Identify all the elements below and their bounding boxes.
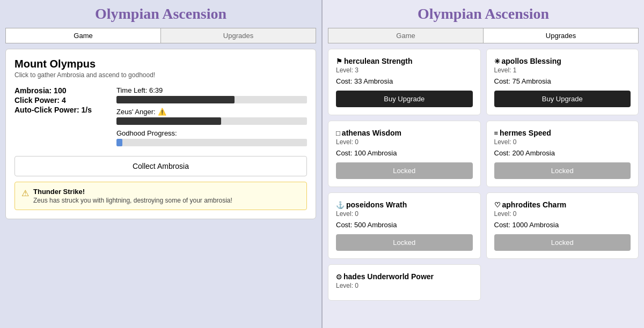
ambrosia-stat: Ambrosia: 100 (14, 86, 111, 95)
game-card: Mount Olympus Click to gather Ambrosia a… (5, 49, 316, 219)
card-title: Mount Olympus (14, 58, 307, 70)
upgrade-card-0: ⚑ herculean Strength Level: 3 Cost: 33 A… (328, 49, 481, 115)
upgrade-icon-3: ≡ (494, 129, 499, 137)
collect-ambrosia-button[interactable]: Collect Ambrosia (14, 156, 307, 176)
buy-btn-1[interactable]: Buy Upgrade (494, 91, 631, 107)
zeus-bar-fill (116, 117, 221, 125)
right-tab-game[interactable]: Game (328, 28, 483, 43)
upgrade-name-6: ⊙ hades Underworld Power (336, 272, 473, 281)
left-tabs: Game Upgrades (5, 28, 316, 43)
stats-col: Ambrosia: 100 Click Power: 4 Auto-Click … (14, 86, 111, 151)
progress-col: Time Left: 6:39 Zeus' Anger: ⚠️ Godhood … (111, 86, 307, 151)
upgrade-card-5: ♡ aphrodites Charm Level: 0 Cost: 1000 A… (486, 192, 639, 259)
upgrade-cost-3: Cost: 200 Ambrosia (494, 149, 631, 157)
upgrade-icon-1: ✳ (494, 57, 500, 65)
right-tab-upgrades[interactable]: Upgrades (483, 28, 638, 43)
alert-content: Thunder Strike! Zeus has struck you with… (33, 188, 232, 204)
buy-btn-0[interactable]: Buy Upgrade (336, 91, 473, 107)
upgrade-icon-2: □ (336, 129, 340, 137)
right-tabs: Game Upgrades (328, 28, 639, 43)
upgrade-level-5: Level: 0 (494, 210, 631, 218)
upgrade-name-0: ⚑ herculean Strength (336, 57, 473, 65)
locked-btn-4: Locked (336, 234, 473, 251)
zeus-bar-wrap (116, 117, 307, 125)
time-bar-fill (116, 96, 235, 103)
upgrade-name-5: ♡ aphrodites Charm (494, 200, 631, 209)
alert-text: Zeus has struck you with lightning, dest… (33, 197, 232, 204)
upgrade-cost-1: Cost: 75 Ambrosia (494, 77, 631, 85)
locked-btn-5: Locked (494, 234, 631, 251)
upgrades-grid: ⚑ herculean Strength Level: 3 Cost: 33 A… (328, 49, 639, 301)
upgrade-card-4: ⚓ poseidons Wrath Level: 0 Cost: 500 Amb… (328, 192, 481, 259)
left-panel: Olympian Ascension Game Upgrades Mount O… (0, 0, 321, 328)
left-title: Olympian Ascension (95, 5, 226, 23)
upgrade-level-4: Level: 0 (336, 210, 473, 218)
time-left-label: Time Left: 6:39 (116, 86, 307, 94)
left-tab-upgrades[interactable]: Upgrades (160, 28, 316, 43)
upgrade-level-6: Level: 0 (336, 282, 473, 289)
locked-btn-3: Locked (494, 162, 631, 179)
click-power-stat: Click Power: 4 (14, 96, 111, 105)
upgrade-icon-4: ⚓ (336, 201, 345, 209)
upgrade-card-6: ⊙ hades Underworld Power Level: 0 (328, 264, 481, 301)
alert-icon: ⚠ (21, 188, 29, 198)
right-title: Olympian Ascension (418, 5, 549, 23)
upgrade-level-1: Level: 1 (494, 66, 631, 74)
left-tab-game[interactable]: Game (6, 28, 160, 43)
thunder-alert: ⚠ Thunder Strike! Zeus has struck you wi… (14, 182, 307, 210)
alert-title: Thunder Strike! (33, 188, 232, 196)
upgrade-cost-2: Cost: 100 Ambrosia (336, 149, 473, 157)
upgrade-name-4: ⚓ poseidons Wrath (336, 200, 473, 209)
upgrade-cost-4: Cost: 500 Ambrosia (336, 221, 473, 229)
upgrade-card-2: □ athenas Wisdom Level: 0 Cost: 100 Ambr… (328, 121, 481, 187)
warning-icon: ⚠️ (158, 108, 166, 116)
time-bar-wrap (116, 96, 307, 103)
upgrade-cost-5: Cost: 1000 Ambrosia (494, 221, 631, 229)
upgrade-icon-0: ⚑ (336, 57, 342, 65)
upgrade-card-3: ≡ hermes Speed Level: 0 Cost: 200 Ambros… (486, 121, 639, 187)
upgrade-cost-0: Cost: 33 Ambrosia (336, 77, 473, 85)
godhood-bar-wrap (116, 139, 307, 146)
right-panel: Olympian Ascension Game Upgrades ⚑ hercu… (323, 0, 644, 328)
card-subtitle: Click to gather Ambrosia and ascend to g… (14, 71, 307, 79)
upgrade-card-1: ✳ apollos Blessing Level: 1 Cost: 75 Amb… (486, 49, 639, 115)
locked-btn-2: Locked (336, 162, 473, 179)
upgrade-level-2: Level: 0 (336, 138, 473, 146)
upgrade-name-3: ≡ hermes Speed (494, 129, 631, 137)
godhood-bar-fill (116, 139, 122, 146)
game-body: Ambrosia: 100 Click Power: 4 Auto-Click … (14, 86, 307, 151)
auto-click-stat: Auto-Click Power: 1/s (14, 106, 111, 114)
upgrade-name-1: ✳ apollos Blessing (494, 57, 631, 65)
upgrade-name-2: □ athenas Wisdom (336, 129, 473, 137)
zeus-anger-label: Zeus' Anger: ⚠️ (116, 108, 307, 116)
godhood-label: Godhood Progress: (116, 129, 307, 137)
upgrade-level-3: Level: 0 (494, 138, 631, 146)
upgrade-icon-6: ⊙ (336, 273, 342, 281)
upgrade-icon-5: ♡ (494, 201, 501, 209)
upgrade-level-0: Level: 3 (336, 66, 473, 74)
